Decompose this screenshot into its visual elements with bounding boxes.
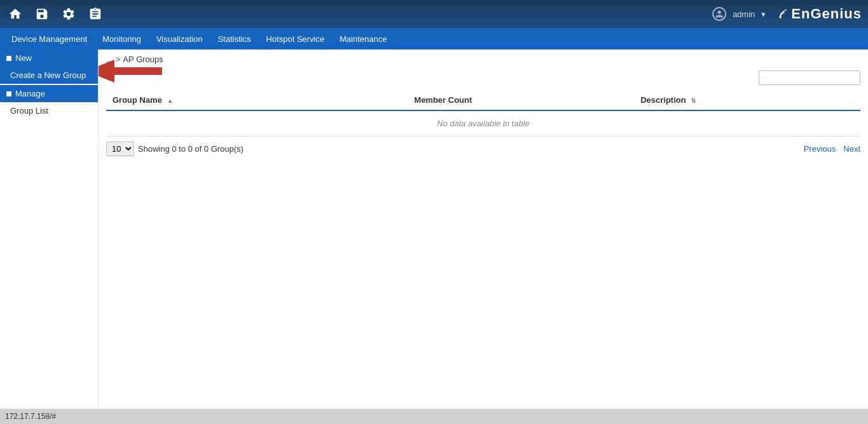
next-button[interactable]: Next xyxy=(843,144,860,154)
save-icon[interactable] xyxy=(33,5,51,23)
breadcrumb-link[interactable]: ... xyxy=(106,55,113,64)
showing-text: Showing 0 to 0 of 0 Group(s) xyxy=(138,144,243,154)
search-box xyxy=(759,70,860,85)
sort-description-icon[interactable]: ⇅ xyxy=(691,97,696,104)
clipboard-icon[interactable] xyxy=(86,5,104,23)
top-bar-right: admin ▾ EnGenius xyxy=(712,6,862,22)
search-input[interactable] xyxy=(767,73,856,83)
top-bar: admin ▾ EnGenius xyxy=(0,0,868,28)
breadcrumb: ... > AP Groups xyxy=(106,55,860,64)
data-table: Group Name ▲ Member Count Description ⇅ … xyxy=(106,90,860,136)
breadcrumb-current: AP Groups xyxy=(123,55,163,64)
nav-device-management[interactable]: Device Management xyxy=(4,29,95,49)
nav-visualization[interactable]: Visualization xyxy=(149,29,210,49)
breadcrumb-sep: > xyxy=(116,55,121,64)
sidebar-section-new: New xyxy=(0,50,98,67)
sidebar-item-group-list[interactable]: Group List xyxy=(0,102,98,119)
search-icon xyxy=(763,74,764,82)
nav-statistics[interactable]: Statistics xyxy=(210,29,259,49)
pagination-bar: 10 25 50 Showing 0 to 0 of 0 Group(s) Pr… xyxy=(106,142,860,156)
new-section-label: New xyxy=(15,53,32,63)
brand-logo: EnGenius xyxy=(772,6,862,22)
sidebar: New Create a New Group Manage Group List xyxy=(0,50,98,409)
manage-section-label: Manage xyxy=(15,89,45,98)
no-data-message: No data available in table xyxy=(106,110,860,136)
sidebar-item-create-group[interactable]: Create a New Group xyxy=(0,67,98,84)
col-member-count[interactable]: Member Count xyxy=(408,90,634,110)
nav-monitoring[interactable]: Monitoring xyxy=(95,29,149,49)
table-toolbar xyxy=(106,70,860,85)
pagination-right: Previous Next xyxy=(804,144,860,154)
main-nav: Device Management Monitoring Visualizati… xyxy=(0,28,868,50)
admin-label: admin xyxy=(733,10,755,19)
home-icon[interactable] xyxy=(6,5,24,23)
table-body: No data available in table xyxy=(106,110,860,136)
pagination-left: 10 25 50 Showing 0 to 0 of 0 Group(s) xyxy=(106,142,243,156)
new-section-indicator xyxy=(6,56,11,61)
top-bar-icons xyxy=(6,5,104,23)
main-content: ... > AP Groups Group Name ▲ xyxy=(98,50,868,409)
svg-point-0 xyxy=(780,16,782,18)
nav-maintenance[interactable]: Maintenance xyxy=(332,29,394,49)
col-group-name[interactable]: Group Name ▲ xyxy=(106,90,408,110)
nav-hotspot-service[interactable]: Hotspot Service xyxy=(259,29,332,49)
previous-button[interactable]: Previous xyxy=(804,144,836,154)
sidebar-section-manage: Manage xyxy=(0,85,98,102)
col-description[interactable]: Description ⇅ xyxy=(634,90,860,110)
per-page-select[interactable]: 10 25 50 xyxy=(106,142,134,156)
manage-section-indicator xyxy=(6,91,11,96)
brand-name: EnGenius xyxy=(791,6,862,22)
admin-dropdown-icon[interactable]: ▾ xyxy=(761,10,766,19)
table-header: Group Name ▲ Member Count Description ⇅ xyxy=(106,90,860,110)
user-icon xyxy=(712,7,726,21)
layout: New Create a New Group Manage Group List… xyxy=(0,50,868,409)
table-no-data-row: No data available in table xyxy=(106,110,860,136)
settings-icon[interactable] xyxy=(60,5,78,23)
sort-group-name-icon[interactable]: ▲ xyxy=(167,97,173,104)
